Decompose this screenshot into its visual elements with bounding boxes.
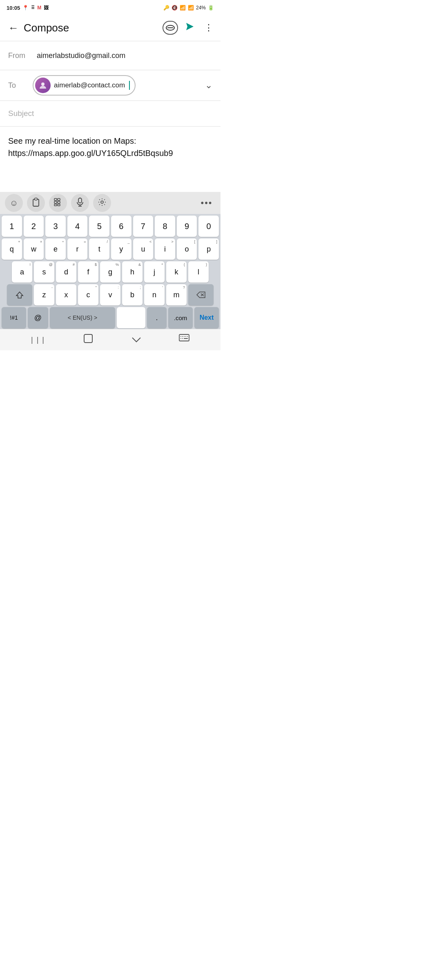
location-icon: 📍 xyxy=(22,5,29,11)
status-time: 10:05 xyxy=(7,5,20,11)
key-9[interactable]: 9 xyxy=(177,216,197,237)
nav-back-button[interactable]: | | | xyxy=(28,332,48,347)
key-s[interactable]: @s xyxy=(34,261,54,283)
svg-rect-6 xyxy=(54,198,57,200)
svg-rect-12 xyxy=(78,198,82,203)
symbols-button[interactable]: !#1 xyxy=(2,307,26,328)
keyboard: 1 2 3 4 5 6 7 8 9 0 +q ×w ÷e =r /t _y <u… xyxy=(0,214,220,329)
shift-button[interactable] xyxy=(7,284,32,305)
space-button[interactable] xyxy=(117,307,145,328)
key-5[interactable]: 5 xyxy=(89,216,109,237)
key-3[interactable]: 3 xyxy=(45,216,66,237)
svg-rect-19 xyxy=(84,334,92,343)
to-row: To aimerlab@contact.com ⌄ xyxy=(0,70,220,100)
settings-icon xyxy=(98,198,106,208)
key-k[interactable]: (k xyxy=(166,261,187,283)
svg-rect-8 xyxy=(54,201,57,203)
key-p[interactable]: ]p xyxy=(198,238,219,260)
svg-marker-16 xyxy=(16,292,23,298)
nav-recents-button[interactable] xyxy=(128,331,145,348)
key-u[interactable]: <u xyxy=(133,238,154,260)
key-6[interactable]: 6 xyxy=(111,216,131,237)
svg-rect-5 xyxy=(35,198,37,200)
svg-rect-10 xyxy=(54,204,57,206)
delete-button[interactable] xyxy=(188,284,214,305)
photo-icon: 🖼 xyxy=(44,5,49,11)
nav-home-button[interactable] xyxy=(79,330,97,350)
key-t[interactable]: /t xyxy=(89,238,109,260)
key-4[interactable]: 4 xyxy=(67,216,88,237)
recipient-avatar xyxy=(35,78,51,93)
svg-rect-7 xyxy=(58,198,60,200)
mic-button[interactable] xyxy=(71,194,89,212)
emoji-icon: ☺ xyxy=(10,198,18,208)
key-b[interactable]: ;b xyxy=(122,284,143,305)
key-c[interactable]: "c xyxy=(78,284,98,305)
svg-rect-9 xyxy=(58,201,60,203)
key-m[interactable]: ?m xyxy=(166,284,187,305)
clipboard-button[interactable] xyxy=(27,194,45,212)
attach-button[interactable] xyxy=(163,21,178,35)
key-d[interactable]: #d xyxy=(56,261,76,283)
key-8[interactable]: 8 xyxy=(155,216,175,237)
next-button[interactable]: Next xyxy=(194,307,219,328)
key-r[interactable]: =r xyxy=(67,238,88,260)
key-f[interactable]: $f xyxy=(78,261,98,283)
text-cursor xyxy=(129,81,130,90)
key-h[interactable]: &h xyxy=(122,261,143,283)
more-tools-icon: ••• xyxy=(200,198,212,208)
key-v[interactable]: :v xyxy=(100,284,120,305)
more-button[interactable]: ⋮ xyxy=(202,20,216,36)
lang-label: EN(US) xyxy=(73,314,92,321)
status-bar: 10:05 📍 ⠿ M 🖼 🔑 🔇 📶 📶 24% 🔋 xyxy=(0,0,220,15)
subject-row[interactable]: Subject xyxy=(0,101,220,126)
key-w[interactable]: ×w xyxy=(24,238,44,260)
key-e[interactable]: ÷e xyxy=(45,238,66,260)
app-bar: ← Compose ⋮ xyxy=(0,15,220,41)
numpad-button[interactable] xyxy=(49,194,67,212)
svg-point-15 xyxy=(101,201,103,203)
key-7[interactable]: 7 xyxy=(133,216,154,237)
nav-keyboard-button[interactable] xyxy=(176,331,193,349)
key-j[interactable]: *j xyxy=(144,261,165,283)
settings-button[interactable] xyxy=(93,194,111,212)
key-n[interactable]: 'n xyxy=(144,284,165,305)
language-button[interactable]: < EN(US) > xyxy=(50,307,115,328)
key-q[interactable]: +q xyxy=(2,238,22,260)
key-g[interactable]: %g xyxy=(100,261,120,283)
key-l[interactable]: )l xyxy=(188,261,209,283)
key-x[interactable]: x xyxy=(56,284,76,305)
key-o[interactable]: [o xyxy=(177,238,197,260)
to-email: aimerlab@contact.com xyxy=(54,81,125,89)
key-1[interactable]: 1 xyxy=(2,216,22,237)
keyboard-row-bottom: !#1 @ < EN(US) > . .com Next xyxy=(2,307,219,329)
more-tools-button[interactable]: ••• xyxy=(198,194,216,212)
signal-icon: 📶 xyxy=(188,5,194,11)
battery-text: 24% xyxy=(196,5,206,11)
key-0[interactable]: 0 xyxy=(198,216,219,237)
from-email: aimerlabstudio@gmail.com xyxy=(37,51,125,60)
to-label: To xyxy=(8,81,33,90)
key-z[interactable]: -z xyxy=(34,284,54,305)
key-y[interactable]: _y xyxy=(111,238,131,260)
key-2[interactable]: 2 xyxy=(24,216,44,237)
toolbar-icons: ⋮ xyxy=(163,19,216,37)
key-i[interactable]: >i xyxy=(155,238,175,260)
email-body[interactable]: See my real-time location on Maps: https… xyxy=(0,127,220,192)
period-button[interactable]: . xyxy=(147,307,167,328)
emoji-button[interactable]: ☺ xyxy=(5,194,23,212)
at-button[interactable]: @ xyxy=(28,307,48,328)
mic-icon xyxy=(76,198,84,209)
keyboard-toolbar: ☺ xyxy=(0,192,220,214)
send-button[interactable] xyxy=(182,19,198,37)
to-recipient-chip[interactable]: aimerlab@contact.com xyxy=(33,75,136,96)
subject-placeholder: Subject xyxy=(8,109,34,118)
expand-recipients-button[interactable]: ⌄ xyxy=(205,80,212,91)
svg-rect-11 xyxy=(58,204,60,206)
dotcom-button[interactable]: .com xyxy=(168,307,193,328)
key-a[interactable]: !a xyxy=(12,261,32,283)
wifi-icon: 📶 xyxy=(180,5,186,11)
numpad-icon xyxy=(54,198,62,208)
back-button[interactable]: ← xyxy=(5,18,22,38)
from-row: From aimerlabstudio@gmail.com xyxy=(0,41,220,70)
